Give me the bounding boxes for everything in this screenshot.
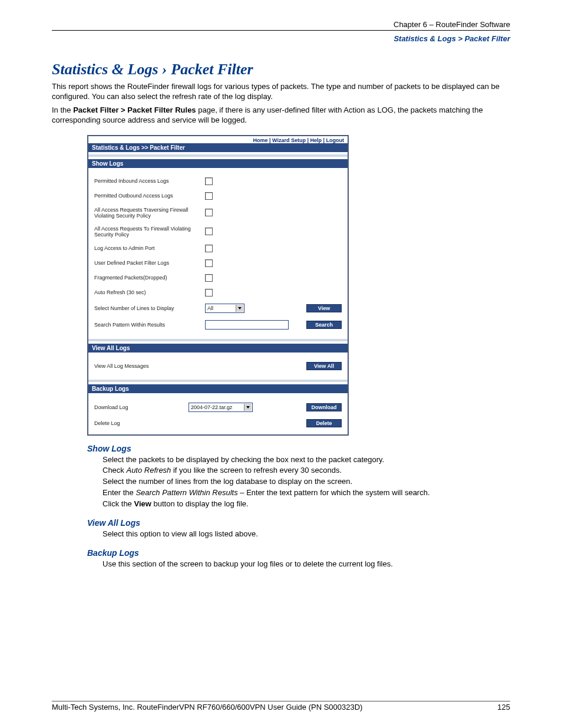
- delete-log-label: Delete Log: [94, 420, 189, 426]
- view-button[interactable]: View: [306, 304, 342, 312]
- show-line-4: Enter the Search Pattern Within Results …: [103, 487, 510, 499]
- nav-logout[interactable]: Logout: [326, 137, 345, 143]
- page-number: 125: [497, 703, 510, 711]
- download-log-select[interactable]: 2004-07-22.tar.gz: [189, 403, 253, 412]
- backup-body: Use this section of the screen to backup…: [103, 559, 510, 570]
- checkbox-inbound[interactable]: [205, 177, 213, 185]
- row-traversing: All Access Requests Traversing Firewall …: [94, 207, 205, 219]
- checkbox-user-defined[interactable]: [205, 259, 213, 267]
- view-all-body: Select this option to view all logs list…: [103, 529, 510, 540]
- row-auto-refresh: Auto Refresh (30 sec): [94, 289, 205, 295]
- download-button[interactable]: Download: [306, 403, 342, 411]
- section-view-all-head: View All Logs: [87, 518, 510, 528]
- row-user-defined: User Defined Packet Filter Logs: [94, 260, 205, 266]
- intro-para-1: This report shows the RouteFinder firewa…: [52, 82, 510, 102]
- show-line-2: Check Auto Refresh if you like the scree…: [103, 465, 510, 476]
- row-to-firewall: All Access Requests To Firewall Violatin…: [94, 226, 205, 238]
- bar-backup-logs: Backup Logs: [88, 384, 348, 393]
- bar-show-logs: Show Logs: [88, 159, 348, 168]
- nav-help[interactable]: Help: [310, 137, 322, 143]
- panel-top-nav: Home | Wizard Setup | Help | Logout: [88, 136, 348, 143]
- nav-home[interactable]: Home: [253, 137, 267, 143]
- show-line-3: Select the number of lines from the log …: [103, 476, 510, 487]
- footer-text: Multi-Tech Systems, Inc. RouteFinderVPN …: [52, 703, 362, 711]
- row-permitted-inbound: Permitted Inbound Access Logs: [94, 178, 205, 184]
- search-button[interactable]: Search: [306, 321, 342, 329]
- screenshot-panel: Home | Wizard Setup | Help | Logout Stat…: [87, 135, 349, 436]
- intro-para-2: In the Packet Filter > Packet Filter Rul…: [52, 106, 510, 126]
- title-part-b: Packet Filter: [171, 61, 253, 78]
- row-permitted-outbound: Permitted Outbound Access Logs: [94, 193, 205, 199]
- breadcrumb: Statistics & Logs > Packet Filter: [52, 34, 510, 43]
- checkbox-outbound[interactable]: [205, 192, 213, 200]
- checkbox-admin-port[interactable]: [205, 245, 213, 252]
- title-sep: ›: [158, 61, 171, 78]
- page-title: Statistics & Logs › Packet Filter: [52, 61, 510, 78]
- checkbox-to-firewall[interactable]: [205, 228, 213, 235]
- checkbox-fragmented[interactable]: [205, 274, 213, 282]
- bar-view-all-logs: View All Logs: [88, 344, 348, 353]
- row-admin-port: Log Access to Admin Port: [94, 245, 205, 251]
- panel-title-bar: Statistics & Logs >> Packet Filter: [88, 143, 348, 152]
- download-log-label: Download Log: [94, 404, 189, 410]
- section-backup-head: Backup Logs: [87, 548, 510, 558]
- page-footer: Multi-Tech Systems, Inc. RouteFinderVPN …: [52, 701, 510, 711]
- select-num-lines[interactable]: All: [205, 304, 244, 313]
- show-line-1: Select the packets to be displayed by ch…: [103, 454, 510, 466]
- title-part-a: Statistics & Logs: [52, 61, 158, 78]
- nav-wizard[interactable]: Wizard Setup: [272, 137, 306, 143]
- search-input[interactable]: [205, 320, 289, 330]
- row-fragmented: Fragmented Packets(Dropped): [94, 275, 205, 281]
- row-search-pattern: Search Pattern Within Results: [94, 322, 205, 328]
- checkbox-auto-refresh[interactable]: [205, 289, 213, 297]
- delete-button[interactable]: Delete: [306, 419, 342, 427]
- show-line-5: Click the View button to display the log…: [103, 499, 510, 510]
- chapter-label: Chapter 6 – RouteFinder Software: [52, 20, 510, 29]
- checkbox-traversing[interactable]: [205, 209, 213, 216]
- section-show-logs-head: Show Logs: [87, 444, 510, 453]
- view-all-button[interactable]: View All: [306, 362, 342, 370]
- view-all-label: View All Log Messages: [94, 363, 148, 369]
- row-num-lines: Select Number of Lines to Display: [94, 305, 205, 311]
